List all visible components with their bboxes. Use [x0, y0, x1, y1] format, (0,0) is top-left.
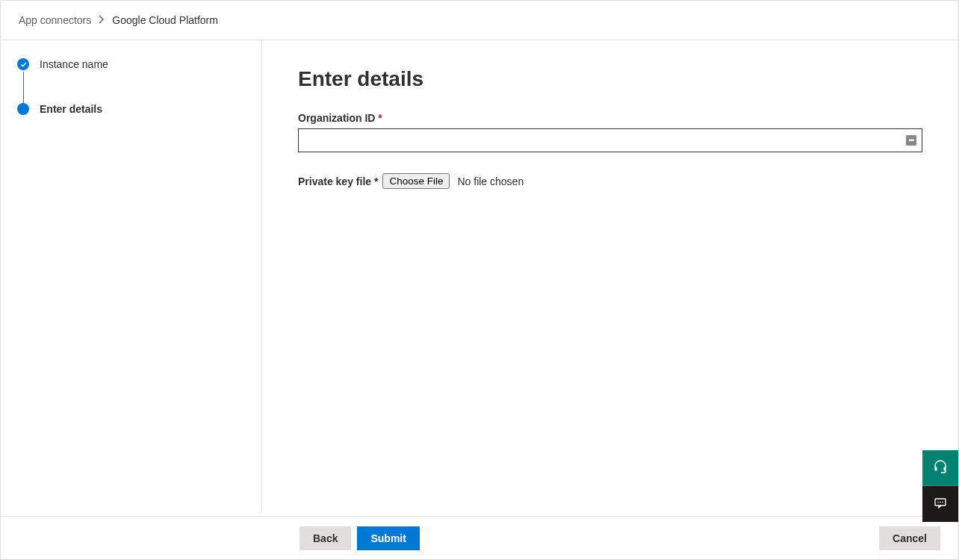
- current-step-icon: [17, 103, 29, 115]
- private-key-field: Private key file * Choose File No file c…: [298, 173, 922, 189]
- feedback-button[interactable]: [922, 486, 958, 522]
- file-status: No file chosen: [457, 175, 524, 187]
- required-asterisk: *: [378, 112, 382, 124]
- choose-file-button[interactable]: Choose File: [382, 173, 450, 189]
- chevron-right-icon: [99, 15, 105, 26]
- submit-button[interactable]: Submit: [357, 526, 419, 550]
- page-title: Enter details: [298, 67, 922, 91]
- cancel-button[interactable]: Cancel: [879, 526, 940, 550]
- step-connector: [23, 72, 24, 105]
- organization-id-input[interactable]: [298, 128, 922, 152]
- checkmark-icon: [17, 58, 29, 70]
- floating-widgets: [922, 450, 958, 522]
- wizard-steps: Instance name Enter details: [1, 40, 262, 512]
- step-instance-name[interactable]: Instance name: [17, 58, 245, 70]
- svg-point-4: [940, 501, 941, 503]
- organization-id-field: Organization ID * •••: [298, 112, 922, 152]
- step-enter-details[interactable]: Enter details: [17, 103, 245, 115]
- svg-point-5: [942, 501, 943, 503]
- footer-actions: Back Submit Cancel: [1, 516, 958, 559]
- step-label: Enter details: [40, 103, 102, 115]
- support-button[interactable]: [922, 450, 958, 486]
- private-key-label: Private key file *: [298, 175, 378, 187]
- organization-id-label: Organization ID *: [298, 112, 382, 124]
- breadcrumb: App connectors Google Cloud Platform: [1, 1, 958, 40]
- chat-icon: [933, 496, 948, 513]
- form-content: Enter details Organization ID * ••• Priv…: [262, 40, 958, 512]
- svg-point-3: [937, 501, 939, 503]
- step-label: Instance name: [40, 58, 108, 70]
- back-button[interactable]: Back: [300, 526, 351, 550]
- svg-rect-1: [944, 467, 946, 471]
- svg-rect-0: [935, 467, 937, 471]
- headset-icon: [933, 459, 948, 476]
- breadcrumb-current: Google Cloud Platform: [112, 14, 218, 26]
- breadcrumb-parent[interactable]: App connectors: [19, 14, 91, 26]
- more-icon[interactable]: •••: [906, 135, 916, 146]
